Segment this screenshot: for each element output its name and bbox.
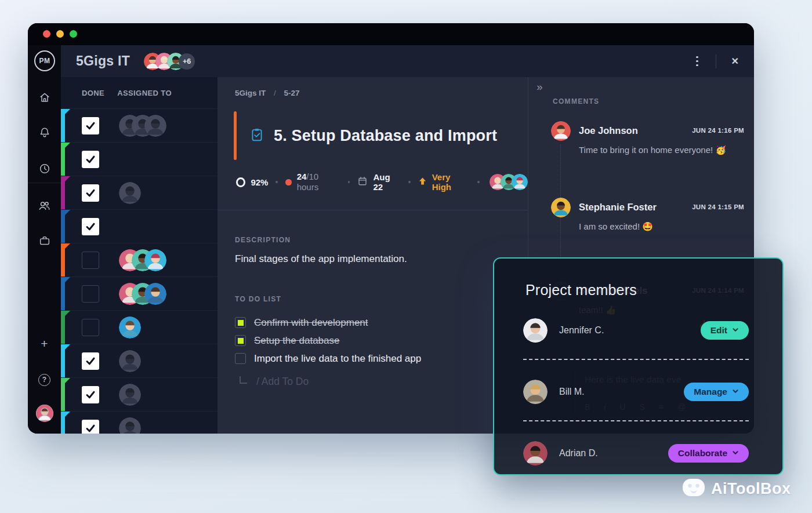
home-icon[interactable] [38,90,52,104]
todo-item: Confirm with development [235,314,528,332]
breadcrumb-project[interactable]: 5Gigs IT [235,89,266,97]
notifications-bell-icon[interactable] [38,125,52,139]
watermark: AiToolBox [682,478,791,500]
task-detail-panel: 5Gigs IT / 5-27 5. Setup Database and Im… [217,77,528,434]
breadcrumb-task-id: 5-27 [284,89,300,97]
maximize-traffic-light[interactable] [70,30,77,38]
table-row[interactable] [61,277,217,311]
done-checkbox[interactable] [82,151,99,168]
member-row: Adrian D. Collaborate [523,441,749,465]
avatar [144,115,166,137]
task-color-tag [61,311,65,344]
breadcrumb: 5Gigs IT / 5-27 [235,89,528,97]
member-divider [523,420,749,421]
table-row[interactable] [61,143,217,176]
task-clipboard-icon [249,127,264,144]
table-row[interactable] [61,210,217,243]
done-checkbox[interactable] [82,184,99,202]
done-checkbox[interactable] [82,319,99,336]
chevron-down-icon [732,387,739,397]
priority-label: Very High [432,172,470,192]
task-color-tag [61,412,65,434]
todo-checkbox[interactable] [235,353,246,364]
comment-timestamp: JUN 24 1:16 PM [692,127,744,134]
member-role-button[interactable]: Collaborate [668,444,749,463]
add-todo-button[interactable]: / Add To Do [240,376,528,388]
add-plus-icon[interactable]: + [38,337,52,351]
done-checkbox[interactable] [82,386,99,403]
hours-done: 24 [297,172,307,181]
projects-briefcase-icon[interactable] [38,234,52,248]
assigned-avatars [119,350,141,372]
done-checkbox[interactable] [82,352,99,370]
window-titlebar [28,23,754,45]
task-meta-row: 92% 24/10 hours Aug 22 Very Hi [236,172,528,192]
avatar [523,380,548,404]
member-row: Bill M. Manage [523,380,749,404]
done-checkbox[interactable] [82,117,99,134]
close-traffic-light[interactable] [43,30,50,38]
todo-item: Setup the database [235,332,528,350]
description-text: Final stages of the app implementation. [235,253,528,265]
team-people-icon[interactable] [38,198,52,212]
done-checkbox[interactable] [82,285,99,303]
task-list-panel: DONE ASSIGNED TO [61,77,217,434]
recent-clock-icon[interactable] [38,162,52,176]
table-row[interactable] [61,176,217,210]
todo-checkbox[interactable] [235,335,246,346]
progress-ring-icon [236,177,245,187]
assignee-avatars[interactable] [490,174,528,190]
comment-timestamp: JUN 24 1:15 PM [692,203,744,210]
assigned-avatars [119,384,141,406]
extra-members-badge[interactable]: +6 [179,53,195,70]
member-role-button[interactable]: Edit [701,321,749,340]
avatar [119,384,141,406]
close-icon[interactable]: ✕ [731,56,739,67]
table-row[interactable] [61,311,217,344]
assigned-avatars [119,316,141,339]
section-divider [217,210,528,210]
task-color-tag [61,210,65,243]
avatar [36,405,53,422]
todo-item: Import the live data to the finished app [235,350,528,368]
task-color-tag [61,277,65,310]
minimize-traffic-light[interactable] [56,30,64,38]
column-done: DONE [82,89,104,97]
assigned-avatars [119,249,166,271]
description-label: DESCRIPTION [235,236,528,244]
help-icon[interactable]: ? [38,373,52,387]
table-row[interactable] [61,243,217,277]
more-options-kebab-icon[interactable] [694,54,701,69]
user-avatar[interactable] [38,406,52,420]
calendar-icon [357,176,368,188]
done-checkbox[interactable] [82,218,99,235]
task-color-tag [61,109,65,142]
table-row[interactable] [61,378,217,412]
due-date: Aug 22 [373,172,400,192]
collapse-panel-icon[interactable]: ›› [536,81,542,93]
todo-checkbox[interactable] [235,317,246,328]
rail-divider [28,183,61,183]
done-checkbox[interactable] [82,420,99,434]
task-color-tag [61,243,65,276]
table-row[interactable] [61,109,217,143]
todo-text: Confirm with development [254,317,368,329]
commenter-name: Stephanie Foster [579,202,657,213]
avatar [523,318,548,343]
members-card-title: Project members [525,282,749,299]
table-row[interactable] [61,344,217,378]
header-divider [716,54,716,68]
todo-label: TO DO LIST [235,295,528,303]
avatar [523,441,548,465]
avatar [119,316,141,339]
avatar [119,350,141,372]
member-role-button[interactable]: Manage [684,383,749,401]
task-list-columns: DONE ASSIGNED TO [61,77,217,109]
done-checkbox[interactable] [82,252,99,269]
assigned-avatars [119,283,166,305]
comments-label: COMMENTS [553,97,599,105]
left-rail: PM + ? [28,45,61,434]
todo-text: Import the live data to the finished app [254,353,421,365]
table-row[interactable] [61,412,217,434]
member-divider [523,359,749,360]
